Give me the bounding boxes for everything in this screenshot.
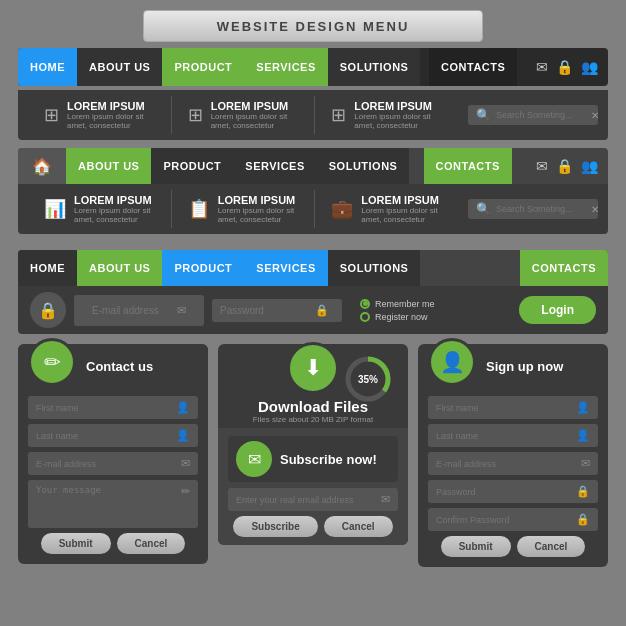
sub2-item-2: 📋 LOREM IPSUM Lorem ipsum dolor sit amet… bbox=[172, 190, 316, 228]
mail-icon[interactable]: ✉ bbox=[536, 59, 548, 75]
email-input-wrapper[interactable]: ✉ bbox=[74, 295, 204, 326]
remember-radio[interactable] bbox=[360, 299, 370, 309]
signup-submit-btn[interactable]: Submit bbox=[441, 536, 511, 557]
nav2-services[interactable]: SERVICES bbox=[233, 148, 316, 184]
lastname-input[interactable] bbox=[36, 431, 171, 441]
lock-circle: 🔒 bbox=[30, 292, 66, 328]
nav3-services[interactable]: SERVICES bbox=[244, 250, 327, 286]
remember-block: Remember me Register now bbox=[350, 299, 511, 322]
nav3-home[interactable]: HOME bbox=[18, 250, 77, 286]
sub1-title-1: LOREM IPSUM bbox=[67, 100, 155, 112]
message-field[interactable]: ✏ bbox=[28, 480, 198, 528]
su-lock-icon: 🔒 bbox=[576, 485, 590, 498]
subscribe-title: Subscribe now! bbox=[280, 452, 377, 467]
navbar-2: 🏠 ABOUT US PRODUCT SERVICES SOLUTIONS CO… bbox=[18, 148, 608, 184]
lock-input-icon: 🔒 bbox=[315, 304, 329, 317]
sub1-title-2: LOREM IPSUM bbox=[211, 100, 299, 112]
nav1-product[interactable]: PRODUCT bbox=[162, 48, 244, 86]
email-input[interactable] bbox=[82, 300, 172, 321]
subscribe-email-row[interactable]: ✉ bbox=[228, 488, 398, 511]
remember-me-row[interactable]: Remember me bbox=[360, 299, 501, 309]
nav1-solutions[interactable]: SOLUTIONS bbox=[328, 48, 421, 86]
search-close-icon[interactable]: ✕ bbox=[591, 110, 599, 121]
users-icon-2[interactable]: 👥 bbox=[581, 158, 598, 174]
su-firstname-input[interactable] bbox=[436, 403, 571, 413]
su-email-input[interactable] bbox=[436, 459, 576, 469]
nav1-contacts[interactable]: CONTACTS bbox=[429, 48, 517, 86]
subscribe-email-input[interactable] bbox=[236, 495, 376, 505]
nav3-product[interactable]: PRODUCT bbox=[162, 250, 244, 286]
nav1-services[interactable]: SERVICES bbox=[244, 48, 327, 86]
email-field-contact[interactable]: ✉ bbox=[28, 452, 198, 475]
contact-btn-row: Submit Cancel bbox=[28, 533, 198, 554]
register-radio[interactable] bbox=[360, 312, 370, 322]
su-lastname-input[interactable] bbox=[436, 431, 571, 441]
remember-label: Remember me bbox=[375, 299, 435, 309]
nav1-home[interactable]: HOME bbox=[18, 48, 77, 86]
nav2-home[interactable]: 🏠 bbox=[18, 148, 66, 184]
lock-icon-2[interactable]: 🔒 bbox=[556, 158, 573, 174]
su-firstname-field[interactable]: 👤 bbox=[428, 396, 598, 419]
lock-icon[interactable]: 🔒 bbox=[556, 59, 573, 75]
sub2-desc-3: Lorem ipsum dolor sit amet, consectetur bbox=[361, 206, 442, 224]
search-box-1[interactable]: 🔍 ✕ bbox=[468, 105, 598, 125]
progress-ring: 35% bbox=[343, 354, 393, 408]
su-lastname-field[interactable]: 👤 bbox=[428, 424, 598, 447]
contact-cancel-btn[interactable]: Cancel bbox=[117, 533, 186, 554]
nav2-product[interactable]: PRODUCT bbox=[151, 148, 233, 184]
sub2-desc-2: Lorem ipsum dolor sit amet, consectetur bbox=[218, 206, 299, 224]
nav3-contacts[interactable]: CONTACTS bbox=[520, 250, 608, 286]
sub1-item-2: ⊞ LOREM IPSUM Lorem ipsum dolor sit amet… bbox=[172, 96, 316, 134]
users-icon[interactable]: 👥 bbox=[581, 59, 598, 75]
register-label: Register now bbox=[375, 312, 428, 322]
subscribe-email-icon: ✉ bbox=[381, 493, 390, 506]
su-email-field[interactable]: ✉ bbox=[428, 452, 598, 475]
contact-submit-btn[interactable]: Submit bbox=[41, 533, 111, 554]
nav2-about[interactable]: ABOUT US bbox=[66, 148, 151, 184]
signup-body: 👤 👤 ✉ 🔒 🔒 Submit Cancel bbox=[418, 388, 608, 567]
signup-panel: 👤 Sign up now 👤 👤 ✉ 🔒 🔒 bbox=[418, 344, 608, 567]
sub2-item-3: 💼 LOREM IPSUM Lorem ipsum dolor sit amet… bbox=[315, 190, 458, 228]
sub2-item-1: 📊 LOREM IPSUM Lorem ipsum dolor sit amet… bbox=[28, 190, 172, 228]
lastname-field[interactable]: 👤 bbox=[28, 424, 198, 447]
nav2-contacts[interactable]: CONTACTS bbox=[424, 148, 512, 184]
message-textarea[interactable] bbox=[36, 485, 176, 523]
subscribe-mail-icon: ✉ bbox=[248, 450, 261, 469]
subscribe-cancel-btn[interactable]: Cancel bbox=[324, 516, 393, 537]
download-arrow-icon: ⬇ bbox=[304, 355, 322, 381]
pencil-icon-msg: ✏ bbox=[181, 485, 190, 498]
firstname-input[interactable] bbox=[36, 403, 171, 413]
list-icon: 📋 bbox=[188, 198, 210, 220]
email-input-contact[interactable] bbox=[36, 459, 176, 469]
search-input-1[interactable] bbox=[496, 110, 586, 120]
mail-icon-2[interactable]: ✉ bbox=[536, 158, 548, 174]
su-confirm-input[interactable] bbox=[436, 515, 571, 525]
su-password-field[interactable]: 🔒 bbox=[428, 480, 598, 503]
search-box-2[interactable]: 🔍 ✕ bbox=[468, 199, 598, 219]
search-close-icon-2[interactable]: ✕ bbox=[591, 204, 599, 215]
download-subtitle: Files size about 20 MB ZIP format bbox=[253, 415, 373, 424]
sub2-title-1: LOREM IPSUM bbox=[74, 194, 155, 206]
search-input-2[interactable] bbox=[496, 204, 586, 214]
nav1-about[interactable]: ABOUT US bbox=[77, 48, 162, 86]
firstname-field[interactable]: 👤 bbox=[28, 396, 198, 419]
mail-icon-contact: ✉ bbox=[181, 457, 190, 470]
signup-btn-row: Submit Cancel bbox=[428, 536, 598, 557]
subbar-1: ⊞ LOREM IPSUM Lorem ipsum dolor sit amet… bbox=[18, 90, 608, 140]
register-row[interactable]: Register now bbox=[360, 312, 501, 322]
nav2-solutions[interactable]: SOLUTIONS bbox=[317, 148, 410, 184]
signup-cancel-btn[interactable]: Cancel bbox=[517, 536, 586, 557]
nav3-solutions[interactable]: SOLUTIONS bbox=[328, 250, 421, 286]
subscribe-btn[interactable]: Subscribe bbox=[233, 516, 317, 537]
contact-icon-circle: ✏ bbox=[28, 338, 76, 386]
password-input-wrapper[interactable]: 🔒 bbox=[212, 299, 342, 322]
sub1-desc-1: Lorem ipsum dolor sit amet, consectetur bbox=[67, 112, 155, 130]
signup-title: Sign up now bbox=[486, 359, 563, 374]
password-input[interactable] bbox=[220, 305, 310, 316]
su-password-input[interactable] bbox=[436, 487, 571, 497]
su-lock-icon-2: 🔒 bbox=[576, 513, 590, 526]
login-button[interactable]: Login bbox=[519, 296, 596, 324]
grid-icon-3: ⊞ bbox=[331, 104, 346, 126]
su-confirm-field[interactable]: 🔒 bbox=[428, 508, 598, 531]
nav3-about[interactable]: ABOUT US bbox=[77, 250, 162, 286]
